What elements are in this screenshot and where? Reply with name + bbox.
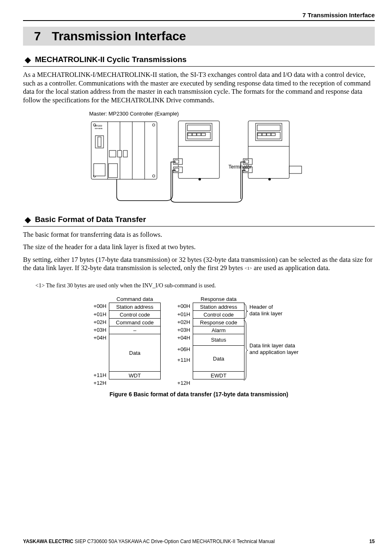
footer-text: YASKAWA ELECTRIC SIEP C730600 50A YASKAW… [23, 539, 275, 544]
addr: +04H [171, 335, 193, 346]
controller-brand: YASKAWA [95, 127, 103, 130]
rsp-addr-col: +00H +01H +02H +03H +04H +06H +11H +12H [171, 295, 193, 388]
addr: +04H [88, 335, 109, 342]
cell: Response code [193, 318, 244, 326]
footnote: <1> The first 30 bytes are used only whe… [35, 282, 375, 289]
addr: +11H [171, 357, 193, 380]
addr: +12H [171, 380, 193, 388]
svg-rect-35 [267, 133, 271, 136]
cell: Status [193, 334, 244, 346]
data-format-table: +00H +01H +02H +03H +04H +11H +12H Comma… [23, 295, 375, 388]
svg-rect-33 [258, 133, 262, 136]
cmd-addr-col: +00H +01H +02H +03H +04H +11H +12H [88, 295, 109, 388]
controller-diagram: Master: MP2300 Controller (Example) MP23… [78, 111, 320, 205]
running-head-rule [23, 20, 375, 21]
section-rule [23, 66, 375, 67]
annotation: Data link layer data and application lay… [249, 342, 298, 355]
cell: Control code [193, 310, 244, 319]
svg-point-2 [152, 124, 155, 126]
svg-rect-14 [118, 150, 122, 157]
col-head: Command data [109, 295, 161, 303]
addr: +02H [171, 319, 193, 327]
svg-point-43 [198, 178, 201, 180]
svg-rect-13 [108, 164, 118, 178]
addr: +01H [88, 311, 109, 319]
cell: Data [193, 345, 244, 372]
running-head: 7 Transmission Interface [23, 12, 375, 20]
addr: +01H [171, 311, 193, 319]
footer-rest: SIEP C730600 50A YASKAWA AC Drive-Option… [73, 539, 274, 544]
addr [88, 342, 109, 372]
svg-rect-12 [109, 150, 116, 157]
cell: Station address [193, 303, 244, 311]
svg-rect-42 [289, 166, 302, 173]
addr: +11H [88, 372, 109, 380]
cell: – [109, 326, 161, 334]
svg-rect-28 [175, 168, 179, 171]
cell: Alarm [193, 326, 244, 334]
cell: EWDT [193, 371, 244, 379]
cell: Control code [109, 310, 161, 319]
cell: Command code [109, 318, 161, 326]
brace-icon [243, 319, 249, 381]
cell: Data [109, 334, 161, 372]
section-title: Basic Format of Data Transfer [35, 215, 146, 224]
paragraph: As a MECHATROLINK-I/MECHATROLINK-II stat… [23, 71, 375, 105]
chapter-title: Transmission Interface [52, 29, 186, 43]
col-head: Response data [193, 295, 244, 303]
addr: +02H [88, 319, 109, 327]
svg-rect-21 [192, 133, 196, 136]
addr: +03H [88, 327, 109, 335]
diagram-label: Master: MP2300 Controller (Example) [89, 111, 320, 117]
svg-rect-31 [257, 125, 280, 131]
addr: +00H [171, 303, 193, 311]
cmd-cell-col: Command data Station address Control cod… [109, 295, 161, 388]
paragraph-span: are used as application data. [252, 264, 330, 272]
svg-rect-20 [188, 133, 192, 136]
svg-rect-22 [197, 133, 201, 136]
terminator-label: Terminator [228, 164, 252, 170]
network-diagram-svg: MP2300 YASKAWA [84, 118, 314, 205]
footer-brand: YASKAWA ELECTRIC [23, 539, 73, 544]
brace-icon [243, 303, 249, 319]
cell: WDT [109, 371, 161, 379]
section-title: MECHATROLINK-II Cyclic Transmissions [35, 55, 187, 64]
annotation-col: Header of data link layer Data link laye… [244, 295, 310, 388]
paragraph: By setting, either 17 bytes (17-byte dat… [23, 256, 375, 273]
addr: +06H [171, 346, 193, 357]
addr: +12H [88, 380, 109, 388]
section-heading: ◆ Basic Format of Data Transfer [23, 215, 375, 224]
rsp-cell-col: Response data Station address Control co… [193, 295, 244, 388]
chapter-heading: 7 Transmission Interface [23, 27, 375, 46]
footnote-ref: <1> [244, 266, 252, 271]
svg-rect-11 [94, 164, 105, 176]
svg-rect-26 [175, 160, 179, 163]
diamond-icon: ◆ [25, 215, 31, 224]
svg-rect-34 [262, 133, 266, 136]
paragraph: The basic format for transferring data i… [23, 231, 375, 239]
annotation: Header of data link layer [249, 304, 282, 317]
controller-model: MP2300 [95, 125, 102, 127]
page-number: 15 [369, 539, 375, 544]
addr: +00H [88, 303, 109, 311]
diamond-icon: ◆ [25, 55, 31, 65]
svg-point-4 [152, 175, 155, 177]
paragraph: The size of the header for a data link l… [23, 243, 375, 252]
addr: +03H [171, 327, 193, 335]
section-heading: ◆ MECHATROLINK-II Cyclic Transmissions [23, 55, 375, 65]
svg-rect-36 [271, 133, 275, 136]
svg-rect-39 [244, 160, 249, 163]
svg-rect-15 [123, 150, 127, 157]
section-rule [23, 226, 375, 227]
svg-rect-10 [98, 137, 101, 147]
figure-caption: Figure 6 Basic format of data transfer (… [23, 391, 375, 398]
page-footer: YASKAWA ELECTRIC SIEP C730600 50A YASKAW… [23, 539, 375, 544]
cell: Station address [109, 303, 161, 311]
chapter-number: 7 [23, 29, 52, 43]
svg-rect-18 [187, 125, 210, 131]
svg-point-44 [268, 178, 271, 180]
svg-rect-23 [201, 133, 205, 136]
